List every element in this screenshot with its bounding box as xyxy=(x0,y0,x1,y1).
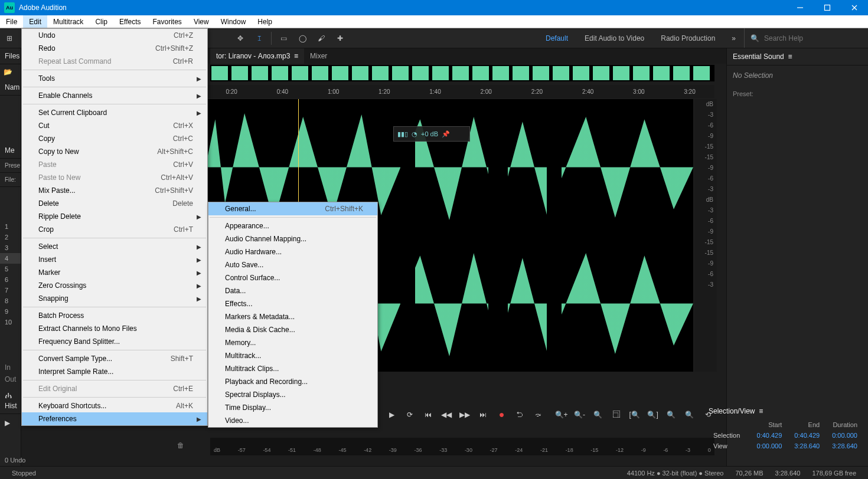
sel-dur[interactable]: 0:00.000 xyxy=(824,431,861,440)
menu-item-marker[interactable]: Marker▶ xyxy=(22,266,207,279)
mixer-tab[interactable]: Mixer xyxy=(304,48,333,64)
sel-end[interactable]: 0:40.429 xyxy=(787,431,823,440)
menu-favorites[interactable]: Favorites xyxy=(147,15,188,28)
brush-tool-icon[interactable]: 🖌 xyxy=(313,30,329,47)
hud-volume[interactable]: ▮▮▯ ◔ +0 dB 📌 xyxy=(393,126,470,142)
menu-item-keyboard-shortcuts[interactable]: Keyboard Shortcuts...Alt+K xyxy=(22,399,207,412)
menu-help[interactable]: Help xyxy=(252,15,278,28)
menu-file[interactable]: File xyxy=(0,15,23,28)
marquee-tool-icon[interactable]: ▭ xyxy=(275,30,292,47)
menu-item-data[interactable]: Data... xyxy=(208,284,377,297)
workspace-default[interactable]: Default xyxy=(537,34,576,42)
effect-slot-8[interactable]: 8 xyxy=(0,296,21,306)
menu-item-tools[interactable]: Tools▶ xyxy=(22,72,207,85)
menu-item-preferences[interactable]: Preferences▶ xyxy=(22,412,207,425)
effect-slot-3[interactable]: 3 xyxy=(0,242,21,253)
effect-slot-5[interactable]: 5 xyxy=(0,264,21,274)
menu-item-time-display[interactable]: Time Display... xyxy=(208,401,377,414)
skip-back-button[interactable]: ⏮ xyxy=(422,408,435,422)
menu-item-audio-channel-mapping[interactable]: Audio Channel Mapping... xyxy=(208,232,377,245)
workspace-edit-audio-video[interactable]: Edit Audio to Video xyxy=(576,34,652,42)
close-button[interactable] xyxy=(841,0,868,15)
files-panel-tab[interactable]: Files xyxy=(0,48,21,64)
menu-item-effects[interactable]: Effects... xyxy=(208,297,377,310)
rewind-button[interactable]: ◀◀ xyxy=(440,408,453,422)
menu-item-audio-hardware[interactable]: Audio Hardware... xyxy=(208,245,377,258)
zoom-in-time-icon[interactable]: [🔍 xyxy=(628,408,641,422)
history-panel-tab[interactable]: Hist xyxy=(0,398,21,414)
menu-item-copy[interactable]: CopyCtrl+C xyxy=(22,132,207,145)
menu-item-crop[interactable]: CropCtrl+T xyxy=(22,223,207,236)
essential-sound-panel[interactable]: Essential Sound ≡ xyxy=(727,48,868,65)
search-input[interactable] xyxy=(764,34,853,42)
zoom-selection-icon[interactable]: ⿹ xyxy=(609,408,623,422)
editor-tab-file[interactable]: tor: Liranov - Алоэ.mp3 ≡ xyxy=(210,48,304,64)
menu-item-general[interactable]: General...Ctrl+Shift+K xyxy=(208,202,377,215)
forward-button[interactable]: ▶▶ xyxy=(458,408,472,422)
menu-item-spectral-displays[interactable]: Spectral Displays... xyxy=(208,388,377,401)
trash-icon[interactable]: 🗑 xyxy=(177,441,184,450)
media-panel[interactable]: Me xyxy=(0,143,21,159)
menu-item-media-disk-cache[interactable]: Media & Disk Cache... xyxy=(208,323,377,336)
workspace-radio-production[interactable]: Radio Production xyxy=(652,34,723,42)
overview-waveform[interactable] xyxy=(210,65,714,81)
menu-multitrack[interactable]: Multitrack xyxy=(47,15,89,28)
menu-item-zero-crossings[interactable]: Zero Crossings▶ xyxy=(22,279,207,292)
menu-item-markers-metadata[interactable]: Markers & Metadata... xyxy=(208,310,377,323)
skip-forward-button[interactable]: ⏭ xyxy=(477,408,490,422)
view-end[interactable]: 3:28.640 xyxy=(787,441,823,451)
menu-item-convert-sample-type[interactable]: Convert Sample Type...Shift+T xyxy=(22,352,207,365)
menu-item-insert[interactable]: Insert▶ xyxy=(22,253,207,266)
play-button[interactable]: ▶ xyxy=(385,408,399,422)
zoom-in-icon[interactable]: 🔍 xyxy=(664,408,678,422)
menu-item-batch-process[interactable]: Batch Process xyxy=(22,309,207,322)
zoom-out-time-icon[interactable]: 🔍] xyxy=(646,408,660,422)
menu-clip[interactable]: Clip xyxy=(89,15,113,28)
play-icon[interactable]: ▶ xyxy=(5,419,10,427)
heal-tool-icon[interactable]: ✚ xyxy=(332,30,348,47)
zoom-in-amp-icon[interactable]: 🔍+ xyxy=(554,408,568,422)
menu-item-snapping[interactable]: Snapping▶ xyxy=(22,292,207,305)
time-ruler[interactable]: 0:200:401:001:201:402:002:202:403:003:20 xyxy=(205,85,714,98)
effect-slot-10[interactable]: 10 xyxy=(0,317,21,327)
zoom-out-amp-icon[interactable]: 🔍- xyxy=(573,408,586,422)
menu-item-select[interactable]: Select▶ xyxy=(22,240,207,253)
menu-item-set-current-clipboard[interactable]: Set Current Clipboard▶ xyxy=(22,106,207,119)
move-tool-icon[interactable]: ✥ xyxy=(232,30,249,47)
menu-item-copy-to-new[interactable]: Copy to NewAlt+Shift+C xyxy=(22,145,207,158)
menu-effects[interactable]: Effects xyxy=(113,15,146,28)
menu-item-appearance[interactable]: Appearance... xyxy=(208,219,377,232)
zoom-full-icon[interactable]: 🔍 xyxy=(591,408,605,422)
pause-loop-button[interactable]: ⟳ xyxy=(403,408,417,422)
menu-item-extract-channels-to-mono-files[interactable]: Extract Channels to Mono Files xyxy=(22,322,207,335)
menu-item-multitrack-clips[interactable]: Multitrack Clips... xyxy=(208,362,377,375)
lasso-tool-icon[interactable]: ◯ xyxy=(294,30,311,47)
menu-item-ripple-delete[interactable]: Ripple Delete▶ xyxy=(22,210,207,223)
menu-item-control-surface[interactable]: Control Surface... xyxy=(208,271,377,284)
menu-window[interactable]: Window xyxy=(215,15,252,28)
menu-item-cut[interactable]: CutCtrl+X xyxy=(22,119,207,132)
time-selection-tool-icon[interactable]: 𝙸 xyxy=(251,30,267,47)
menu-item-video[interactable]: Video... xyxy=(208,414,377,427)
zoom-out-icon[interactable]: 🔍 xyxy=(683,408,696,422)
menu-item-interpret-sample-rate[interactable]: Interpret Sample Rate... xyxy=(22,365,207,378)
workspace-more-button[interactable]: » xyxy=(723,34,744,42)
maximize-button[interactable] xyxy=(814,0,841,15)
loop-button[interactable]: ⮌ xyxy=(513,408,527,422)
effect-slot-9[interactable]: 9 xyxy=(0,306,21,317)
selection-view-title[interactable]: Selection/View ≡ xyxy=(709,407,862,419)
menu-item-frequency-band-splitter[interactable]: Frequency Band Splitter... xyxy=(22,335,207,348)
menu-item-undo[interactable]: UndoCtrl+Z xyxy=(22,29,207,42)
effect-slot-6[interactable]: 6 xyxy=(0,274,21,285)
effect-slot-7[interactable]: 7 xyxy=(0,285,21,296)
view-start[interactable]: 0:00.000 xyxy=(749,441,786,451)
effect-slot-2[interactable]: 2 xyxy=(0,232,21,242)
view-dur[interactable]: 3:28.640 xyxy=(824,441,861,451)
skip-selection-button[interactable]: ⤼ xyxy=(531,408,545,422)
menu-item-redo[interactable]: RedoCtrl+Shift+Z xyxy=(22,42,207,55)
record-button[interactable]: ● xyxy=(495,408,508,422)
menu-item-playback-and-recording[interactable]: Playback and Recording... xyxy=(208,375,377,388)
minimize-button[interactable] xyxy=(787,0,814,15)
menu-item-auto-save[interactable]: Auto Save... xyxy=(208,258,377,271)
sel-start[interactable]: 0:40.429 xyxy=(749,431,786,440)
